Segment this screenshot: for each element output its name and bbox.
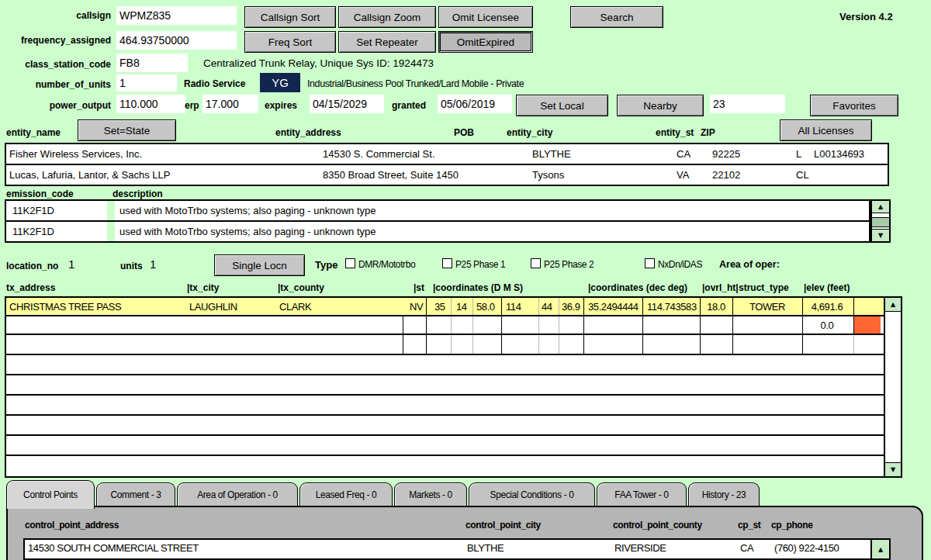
power-output-input[interactable] xyxy=(116,95,185,113)
set-local-button[interactable]: Set Local xyxy=(516,95,608,116)
scroll-up-icon[interactable]: ▲ xyxy=(872,201,889,213)
tab-markets[interactable]: Markets - 0 xyxy=(394,482,467,506)
emission-code-header: emission_code xyxy=(6,188,74,199)
cp-county-cell: RIVERSIDE xyxy=(614,542,666,554)
tab-special-conditions[interactable]: Special Conditions - 0 xyxy=(469,482,595,506)
tx-lon-d-cell: 114 xyxy=(506,301,521,313)
nearby-count-input[interactable] xyxy=(710,95,785,113)
freq-sort-button[interactable]: Freq Sort xyxy=(244,31,336,53)
tx-dms-header: |coordinates (D M S) xyxy=(433,282,523,293)
cp-city-cell: BLYTHE xyxy=(467,542,504,554)
cp-st-header: cp_st xyxy=(738,520,760,531)
single-locn-button[interactable]: Single Locn xyxy=(214,254,305,276)
tx-scrollbar[interactable]: ▲ ▼ xyxy=(884,296,902,478)
scrollbar-thumb[interactable] xyxy=(872,217,889,227)
tx-row[interactable] xyxy=(6,375,884,396)
scroll-up-icon[interactable]: ▲ xyxy=(885,298,901,312)
entity-city-header: entity_city xyxy=(507,127,552,138)
radio-service-code-badge: YG xyxy=(260,73,300,92)
class-station-code-label: class_station_code xyxy=(0,59,111,70)
set-state-button[interactable]: Set=State xyxy=(78,119,176,141)
class-station-code-input[interactable] xyxy=(116,54,188,72)
callsign-sort-button[interactable]: Callsign Sort xyxy=(244,6,336,28)
entity-zip-cell: 92225 xyxy=(712,148,740,160)
scroll-down-icon[interactable]: ▼ xyxy=(872,229,889,241)
radio-service-description: Industrial/Business Pool Trunked/Lard Mo… xyxy=(307,78,524,89)
granted-label: granted xyxy=(392,100,426,111)
erp-label: erp xyxy=(185,100,199,111)
tab-history[interactable]: History - 23 xyxy=(688,482,760,506)
tx-elev-header: |elev (feet) xyxy=(804,282,850,293)
tab-leased-freq[interactable]: Leased Freq - 0 xyxy=(299,482,393,506)
set-repeater-button[interactable]: Set Repeater xyxy=(338,31,436,53)
checkbox-nxdn-idas[interactable] xyxy=(645,258,655,268)
tx-st-cell: NV xyxy=(410,301,423,313)
all-licenses-button[interactable]: All Licenses xyxy=(780,119,872,141)
emission-scrollbar[interactable]: ▲ ▼ xyxy=(870,199,891,243)
tx-row[interactable] xyxy=(6,335,884,355)
type-label: Type xyxy=(315,259,337,271)
callsign-input[interactable] xyxy=(116,6,237,25)
license-app-window: callsign frequency_assigned class_statio… xyxy=(0,0,931,560)
control-point-row[interactable]: 14530 SOUTH COMMERCIAL STREET BLYTHE RIV… xyxy=(23,538,874,560)
expires-input[interactable] xyxy=(310,95,384,113)
tx-ovrl-ht-header: |ovrl_ht| xyxy=(702,282,739,293)
entity-address-cell: 14530 S. Commercial St. xyxy=(323,148,435,160)
tab-comment[interactable]: Comment - 3 xyxy=(96,482,175,506)
tx-row[interactable] xyxy=(6,416,884,436)
checkbox-dmr-mototrbo[interactable] xyxy=(345,258,355,268)
tx-row[interactable] xyxy=(6,396,884,416)
number-of-units-label: number_of_units xyxy=(0,79,111,90)
search-button[interactable]: Search xyxy=(570,6,663,28)
location-no-label: location_no xyxy=(6,261,58,271)
tab-faa-tower[interactable]: FAA Tower - 0 xyxy=(597,482,687,506)
control-points-panel: control_point_address control_point_city… xyxy=(6,506,923,560)
radio-service-label: Radio Service xyxy=(184,78,245,89)
granted-input[interactable] xyxy=(438,95,512,113)
system-description-text: Centralized Trunk Relay, Unique Sys ID: … xyxy=(203,57,434,69)
location-no-value: 1 xyxy=(68,258,74,271)
tx-row[interactable] xyxy=(6,436,884,456)
power-output-label: power_output xyxy=(0,100,111,111)
expires-label: expires xyxy=(265,100,297,111)
tx-row-selected[interactable]: CHRISTMAS TREE PASS LAUGHLIN CLARK NV 35… xyxy=(6,298,884,316)
favorites-button[interactable]: Favorites xyxy=(810,95,898,116)
tx-row[interactable] xyxy=(6,355,884,375)
checkbox-p25-phase-1[interactable] xyxy=(442,258,452,268)
nearby-button[interactable]: Nearby xyxy=(617,95,704,116)
tx-elev-cell: 4,691.6 xyxy=(802,301,852,313)
callsign-zoom-button[interactable]: Callsign Zoom xyxy=(338,6,436,28)
emission-table: 11K2F1D used with MotoTrbo systems; also… xyxy=(5,199,870,243)
checkbox-p25-phase-2[interactable] xyxy=(531,258,541,268)
number-of-units-input[interactable] xyxy=(116,74,177,92)
emission-row[interactable]: 11K2F1D used with MotoTrbo systems; also… xyxy=(6,222,869,241)
scroll-up-icon[interactable]: ▲ xyxy=(870,538,891,560)
tx-dec-lon-cell: 114.743583 xyxy=(647,301,697,313)
tx-address-cell: CHRISTMAS TREE PASS xyxy=(9,301,121,313)
tx-county-header: |tx_county xyxy=(278,282,324,293)
entity-code-cell: L xyxy=(796,148,801,160)
tx-lat-s-cell: 58.0 xyxy=(476,301,495,313)
tx-row[interactable] xyxy=(6,456,884,473)
omit-licensee-button[interactable]: Omit Licensee xyxy=(438,6,533,28)
type-option-p25-2: P25 Phase 2 xyxy=(531,258,594,270)
units-value: 1 xyxy=(150,258,156,271)
emission-code-cell: 11K2F1D xyxy=(12,205,54,216)
emission-row[interactable]: 11K2F1D used with MotoTrbo systems; also… xyxy=(6,201,869,222)
entity-row[interactable]: Lucas, Lafuria, Lantor, & Sachs LLP 8350… xyxy=(6,165,888,185)
tx-row[interactable]: 0.0 xyxy=(6,316,884,335)
entity-row[interactable]: Fisher Wireless Services, Inc. 14530 S. … xyxy=(6,144,888,165)
frequency-assigned-input[interactable] xyxy=(116,31,237,50)
tab-control-points[interactable]: Control Points xyxy=(6,480,95,509)
tx-lat-m-cell: 14 xyxy=(456,301,467,313)
tab-area-of-operation[interactable]: Area of Operation - 0 xyxy=(177,482,298,506)
area-of-oper-label: Area of oper: xyxy=(719,259,780,270)
scroll-down-icon[interactable]: ▼ xyxy=(885,462,901,476)
entity-st-cell: VA xyxy=(677,169,689,181)
erp-input[interactable] xyxy=(202,95,258,113)
callsign-label: callsign xyxy=(0,10,111,21)
emission-description-header: description xyxy=(112,188,163,199)
cp-phone-cell: (760) 922-4150 xyxy=(774,542,839,554)
cp-st-cell: CA xyxy=(740,542,753,554)
omit-expired-button[interactable]: OmitExpired xyxy=(438,31,533,53)
